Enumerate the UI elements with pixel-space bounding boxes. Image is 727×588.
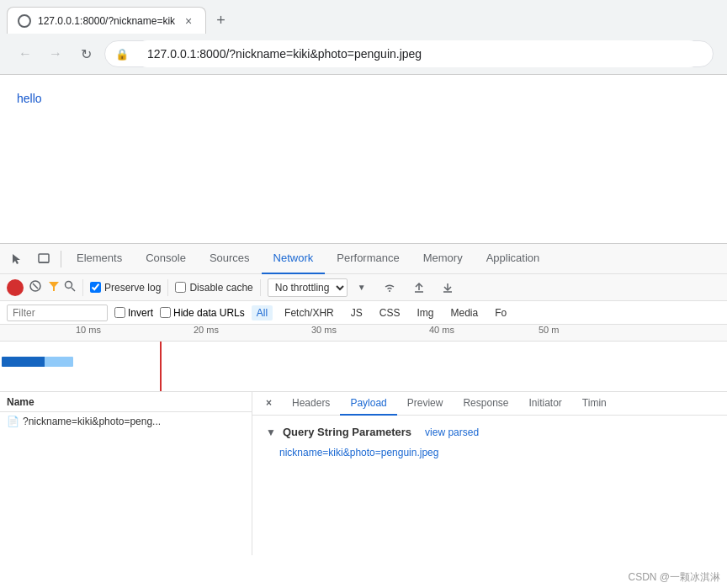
preserve-log-checkbox[interactable] xyxy=(90,282,101,293)
forward-icon: → xyxy=(49,46,62,61)
tick-50ms: 50 m xyxy=(539,325,559,335)
detail-tab-payload[interactable]: Payload xyxy=(340,392,396,416)
tick-40ms: 40 ms xyxy=(429,325,454,335)
timeline-cursor-line xyxy=(160,342,162,392)
throttle-dropdown[interactable]: ▼ xyxy=(351,279,373,295)
download-icon xyxy=(442,282,454,294)
filter-css[interactable]: CSS xyxy=(374,305,406,320)
network-toolbar: Preserve log Disable cache No throttling… xyxy=(0,274,727,301)
tick-30ms: 30 ms xyxy=(311,325,337,335)
tab-network[interactable]: Network xyxy=(262,244,326,274)
back-button[interactable]: ← xyxy=(13,42,37,66)
svg-line-3 xyxy=(33,283,38,289)
record-button[interactable] xyxy=(7,279,24,296)
lock-icon: 🔒 xyxy=(115,48,129,61)
invert-checkbox[interactable] xyxy=(114,307,125,318)
filter-bar: Invert Hide data URLs All Fetch/XHR JS C… xyxy=(0,301,727,325)
filter-fetch-xhr[interactable]: Fetch/XHR xyxy=(279,305,339,320)
devtools-panel: Elements Console Sources Network Perform… xyxy=(0,243,727,555)
devtools-cursor-icon[interactable] xyxy=(3,249,30,269)
detail-tab-initiator[interactable]: Initiator xyxy=(518,392,571,416)
tab-memory[interactable]: Memory xyxy=(411,244,475,274)
timeline-area: 10 ms 20 ms 30 ms 40 ms 50 m xyxy=(0,325,727,392)
filter-img[interactable]: Img xyxy=(411,305,438,320)
address-input[interactable] xyxy=(134,40,703,67)
svg-rect-0 xyxy=(39,254,49,262)
hide-data-urls-checkbox[interactable] xyxy=(160,307,171,318)
toolbar-separator-2 xyxy=(167,279,168,296)
tab-bar: 127.0.0.1:8000/?nickname=kik × + xyxy=(0,0,727,34)
devtools-device-icon[interactable] xyxy=(30,249,57,269)
detail-tab-preview[interactable]: Preview xyxy=(397,392,454,416)
active-tab[interactable]: 127.0.0.1:8000/?nickname=kik × xyxy=(7,7,206,34)
reload-icon: ↻ xyxy=(81,46,92,62)
address-bar: ← → ↻ 🔒 xyxy=(0,34,727,74)
devtools-tab-bar: Elements Console Sources Network Perform… xyxy=(0,244,727,274)
query-param: nickname=kiki&photo=penguin.jpeg xyxy=(266,445,714,460)
download-icon-btn[interactable] xyxy=(435,278,460,297)
detail-tab-bar: × Headers Payload Preview Response Initi… xyxy=(252,392,727,416)
disable-cache-label[interactable]: Disable cache xyxy=(175,282,252,294)
detail-content: ▼ Query String Parameters view parsed ni… xyxy=(252,416,727,555)
timeline-ruler: 10 ms 20 ms 30 ms 40 ms 50 m xyxy=(0,325,727,342)
toolbar-separator-3 xyxy=(260,279,261,296)
clear-icon xyxy=(29,279,42,293)
search-icon xyxy=(64,280,76,292)
tab-performance[interactable]: Performance xyxy=(325,244,411,274)
detail-tab-close[interactable]: × xyxy=(256,392,282,416)
tick-20ms: 20 ms xyxy=(194,325,219,335)
wifi-icon-btn[interactable] xyxy=(376,279,403,296)
filter-button[interactable] xyxy=(47,279,61,295)
name-item[interactable]: 📄 ?nickname=kiki&photo=peng... xyxy=(0,412,252,431)
tab-sources[interactable]: Sources xyxy=(198,244,262,274)
upload-icon-btn[interactable] xyxy=(406,278,432,297)
clear-button[interactable] xyxy=(27,279,44,296)
view-parsed-link[interactable]: view parsed xyxy=(425,426,479,438)
tab-close-btn[interactable]: × xyxy=(182,14,195,28)
file-name: ?nickname=kiki&photo=peng... xyxy=(23,416,161,427)
network-bar xyxy=(2,357,73,367)
tick-10ms: 10 ms xyxy=(76,325,101,335)
filter-js[interactable]: JS xyxy=(346,305,368,320)
forward-button[interactable]: → xyxy=(44,42,67,66)
upload-icon xyxy=(413,282,425,294)
watermark: CSDN @一颗冰淇淋 xyxy=(628,570,720,585)
device-icon xyxy=(37,252,50,266)
file-icon: 📄 xyxy=(7,416,19,427)
detail-panel: × Headers Payload Preview Response Initi… xyxy=(252,392,727,555)
page-hello: hello xyxy=(17,92,42,105)
browser-chrome: 127.0.0.1:8000/?nickname=kik × + ← → ↻ 🔒 xyxy=(0,0,727,75)
tab-console[interactable]: Console xyxy=(134,244,198,274)
bottom-panels: Name 📄 ?nickname=kiki&photo=peng... × He… xyxy=(0,392,727,555)
timeline-content xyxy=(0,342,727,392)
tab-separator xyxy=(61,251,61,268)
detail-tab-response[interactable]: Response xyxy=(453,392,518,416)
preserve-log-label[interactable]: Preserve log xyxy=(90,282,161,294)
tab-favicon xyxy=(18,14,31,28)
filter-input[interactable] xyxy=(7,305,108,321)
hide-data-urls-label[interactable]: Hide data URLs xyxy=(160,307,245,319)
tab-title: 127.0.0.1:8000/?nickname=kik xyxy=(38,15,175,27)
page-content: hello xyxy=(0,75,727,243)
filter-all[interactable]: All xyxy=(252,305,273,320)
invert-label[interactable]: Invert xyxy=(114,307,153,319)
filter-icon xyxy=(47,279,61,293)
disable-cache-checkbox[interactable] xyxy=(175,282,186,293)
throttle-select[interactable]: No throttling xyxy=(268,278,348,297)
query-section: ▼ Query String Parameters view parsed ni… xyxy=(266,426,714,460)
wifi-icon xyxy=(383,283,396,293)
svg-marker-4 xyxy=(49,282,59,291)
detail-tab-timing[interactable]: Timin xyxy=(572,392,617,416)
search-button[interactable] xyxy=(64,280,76,294)
name-panel-content: 📄 ?nickname=kiki&photo=peng... xyxy=(0,412,252,555)
filter-media[interactable]: Media xyxy=(445,305,483,320)
svg-line-6 xyxy=(72,288,75,291)
filter-fo[interactable]: Fo xyxy=(490,305,512,320)
new-tab-button[interactable]: + xyxy=(210,8,232,33)
tab-application[interactable]: Application xyxy=(475,244,552,274)
reload-button[interactable]: ↻ xyxy=(74,42,98,66)
back-icon: ← xyxy=(19,46,32,61)
toolbar-separator-1 xyxy=(82,279,83,296)
detail-tab-headers[interactable]: Headers xyxy=(282,392,340,416)
tab-elements[interactable]: Elements xyxy=(65,244,134,274)
